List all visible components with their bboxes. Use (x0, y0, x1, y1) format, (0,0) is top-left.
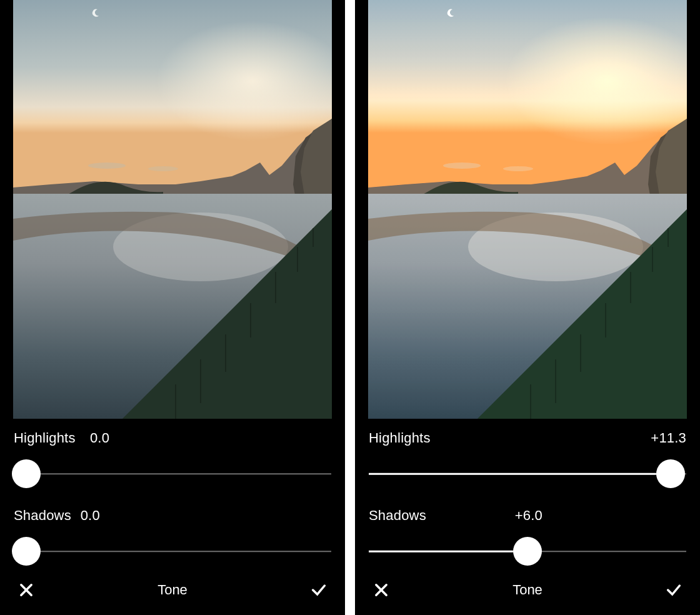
svg-point-2 (88, 162, 126, 169)
shadows-slider[interactable] (369, 536, 686, 566)
landscape-photo (13, 0, 332, 419)
check-icon (310, 581, 328, 599)
shadows-value: +6.0 (515, 508, 542, 524)
highlights-label: Highlights (369, 430, 431, 446)
image-preview (13, 0, 332, 419)
close-icon (372, 581, 390, 599)
shadows-slider-group: Shadows +6.0 (369, 508, 686, 566)
confirm-button[interactable] (309, 580, 329, 600)
highlights-slider[interactable] (369, 459, 686, 489)
svg-point-3 (148, 166, 178, 171)
editor-panel-right: Highlights +11.3 Shadows +6.0 (355, 0, 700, 615)
close-icon (18, 581, 35, 599)
slider-controls: Highlights 0.0 Shadows 0.0 (0, 419, 345, 566)
shadows-label: Shadows (369, 508, 426, 524)
cancel-button[interactable] (371, 580, 391, 600)
tool-title: Tone (512, 582, 542, 598)
shadows-label: Shadows (14, 508, 71, 524)
svg-point-15 (443, 162, 481, 169)
check-icon (665, 581, 682, 599)
shadows-thumb[interactable] (513, 537, 542, 566)
shadows-thumb[interactable] (12, 537, 41, 566)
bottom-toolbar: Tone (0, 566, 345, 615)
highlights-thumb[interactable] (656, 459, 685, 488)
editor-panel-left: Highlights 0.0 Shadows 0.0 Tone (0, 0, 345, 615)
bottom-toolbar: Tone (355, 566, 700, 615)
highlights-value: 0.0 (90, 430, 109, 446)
svg-point-16 (503, 166, 533, 171)
highlights-thumb[interactable] (12, 459, 41, 488)
shadows-slider-group: Shadows 0.0 (14, 508, 331, 566)
tool-title: Tone (158, 582, 188, 598)
shadows-slider[interactable] (14, 536, 331, 566)
landscape-photo (368, 0, 687, 419)
cancel-button[interactable] (16, 580, 36, 600)
highlights-value: +11.3 (651, 430, 686, 446)
highlights-slider-group: Highlights +11.3 (369, 430, 686, 489)
highlights-slider-group: Highlights 0.0 (14, 430, 331, 489)
slider-controls: Highlights +11.3 Shadows +6.0 (355, 419, 700, 566)
highlights-slider[interactable] (14, 459, 331, 489)
image-preview (368, 0, 687, 419)
confirm-button[interactable] (664, 580, 684, 600)
highlights-label: Highlights (14, 430, 76, 446)
shadows-value: 0.0 (81, 508, 100, 524)
